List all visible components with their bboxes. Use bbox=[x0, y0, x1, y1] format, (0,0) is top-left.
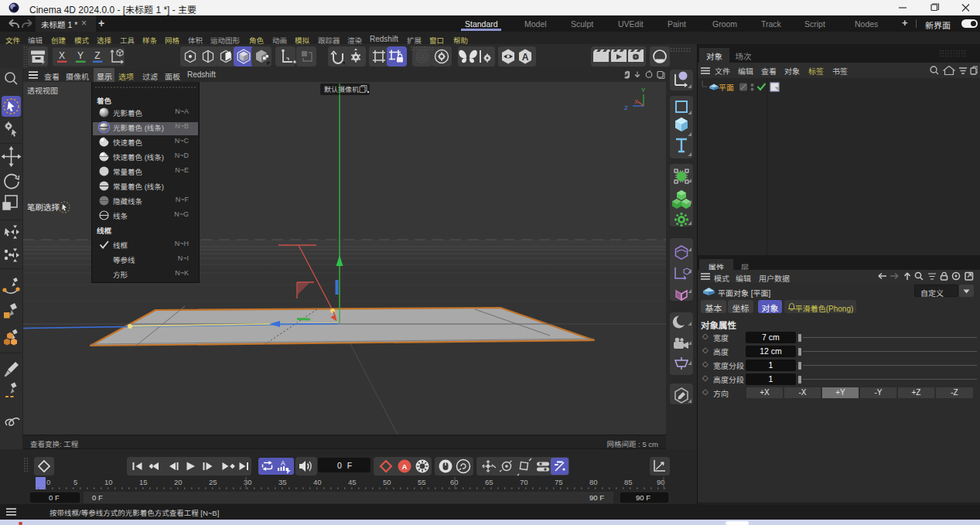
svg-text:Y: Y bbox=[641, 87, 646, 94]
svg-text:65: 65 bbox=[485, 478, 493, 486]
svg-text:0 F: 0 F bbox=[337, 461, 353, 470]
svg-text:A: A bbox=[281, 459, 285, 467]
svg-text:15: 15 bbox=[139, 478, 148, 486]
svg-text:50: 50 bbox=[383, 478, 391, 486]
svg-text:45: 45 bbox=[348, 478, 357, 486]
svg-text:Z: Z bbox=[624, 104, 628, 111]
svg-text:60: 60 bbox=[450, 478, 459, 486]
svg-text:30: 30 bbox=[244, 478, 252, 486]
svg-text:80: 80 bbox=[589, 478, 598, 486]
svg-text:25: 25 bbox=[209, 478, 217, 486]
svg-text:90 F: 90 F bbox=[636, 493, 650, 502]
svg-text:A: A bbox=[522, 52, 529, 63]
svg-text:X: X bbox=[59, 50, 65, 61]
svg-text:35: 35 bbox=[278, 478, 287, 486]
svg-text:75: 75 bbox=[555, 478, 563, 486]
svg-text:20: 20 bbox=[174, 478, 183, 486]
svg-text:0: 0 bbox=[46, 478, 50, 486]
svg-text:Y: Y bbox=[77, 50, 84, 61]
svg-text:A: A bbox=[402, 462, 408, 471]
svg-text:5: 5 bbox=[73, 478, 77, 486]
svg-text:70: 70 bbox=[520, 478, 528, 486]
svg-text:10: 10 bbox=[104, 478, 113, 486]
svg-text:85: 85 bbox=[624, 478, 633, 486]
svg-text:Z: Z bbox=[94, 50, 100, 61]
svg-text:40: 40 bbox=[313, 478, 322, 486]
svg-text:90 F: 90 F bbox=[589, 493, 604, 502]
svg-text:55: 55 bbox=[418, 478, 426, 486]
svg-text:0 F: 0 F bbox=[49, 493, 60, 502]
svg-text:X: X bbox=[634, 98, 639, 105]
svg-text:笔刷选择: 笔刷选择 bbox=[27, 203, 60, 212]
svg-text:默认摄像机: 默认摄像机 bbox=[324, 86, 359, 94]
svg-text:透视视图: 透视视图 bbox=[27, 87, 58, 95]
svg-text:0 F: 0 F bbox=[92, 493, 103, 502]
